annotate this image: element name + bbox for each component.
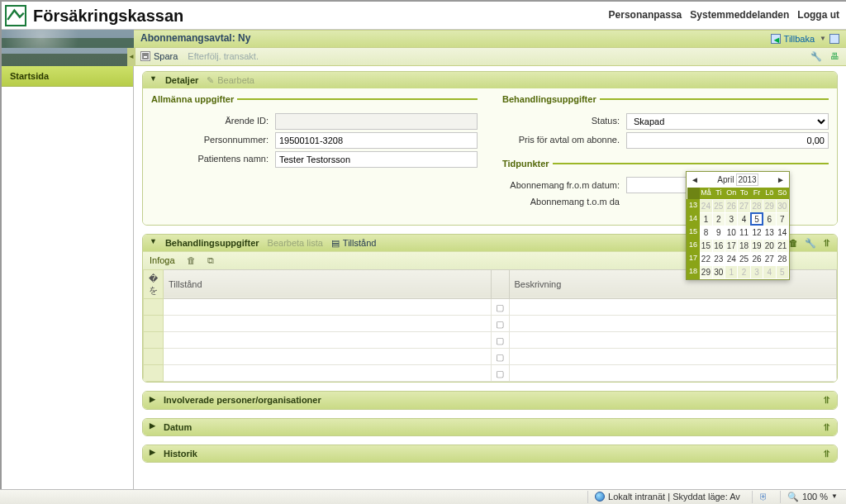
input-personnr[interactable]: [275, 132, 478, 149]
calendar-month[interactable]: April: [717, 174, 734, 185]
calendar-day[interactable]: 27: [738, 199, 750, 212]
nav-home[interactable]: Startsida: [2, 66, 133, 87]
caret-right-icon[interactable]: ▶: [150, 448, 155, 458]
calendar-day[interactable]: 25: [712, 199, 725, 212]
sidebar-collapse-handle[interactable]: [127, 48, 135, 66]
row-handle[interactable]: [144, 316, 164, 332]
calendar-day[interactable]: 30: [776, 199, 788, 212]
link-logout[interactable]: Logga ut: [797, 9, 839, 22]
calendar-day[interactable]: 14: [776, 226, 788, 239]
calendar-day[interactable]: 24: [725, 252, 738, 265]
back-button[interactable]: ◄ Tillbaka ▼: [771, 33, 839, 45]
cell-expand-icon[interactable]: ▢: [491, 299, 509, 316]
cell-expand-icon[interactable]: ▢: [491, 316, 509, 332]
calendar-day[interactable]: 28: [776, 252, 788, 265]
calendar-day[interactable]: 17: [725, 239, 738, 252]
calendar-day[interactable]: 4: [763, 265, 776, 278]
calendar-day[interactable]: 23: [712, 252, 725, 265]
cell-tillstand[interactable]: [164, 365, 491, 381]
trash-icon[interactable]: 🗑: [789, 237, 798, 249]
calendar-day[interactable]: 13: [763, 226, 776, 239]
calendar-day[interactable]: 5: [776, 265, 788, 278]
cell-tillstand[interactable]: [164, 349, 491, 364]
calendar-day[interactable]: 8: [700, 226, 712, 239]
caret-right-icon[interactable]: ▶: [150, 395, 155, 405]
calendar-day[interactable]: 19: [750, 239, 763, 252]
input-price[interactable]: [626, 132, 829, 149]
calendar-day[interactable]: 22: [700, 252, 712, 265]
link-system-messages[interactable]: Systemmeddelanden: [690, 9, 789, 22]
calendar-day[interactable]: 28: [750, 199, 763, 212]
cell-beskrivning[interactable]: [510, 332, 837, 348]
calendar-prev-icon[interactable]: ◄: [689, 174, 701, 185]
row-handle[interactable]: [144, 299, 164, 316]
cell-beskrivning[interactable]: [510, 365, 837, 381]
back-dropdown-icon[interactable]: ▼: [820, 35, 826, 43]
calendar-year[interactable]: 2013: [736, 174, 758, 186]
calendar-day[interactable]: 3: [750, 265, 763, 278]
collapse-icon[interactable]: ⥣: [823, 394, 830, 406]
edit-list[interactable]: Bearbeta lista: [268, 237, 323, 249]
save-button[interactable]: Spara: [140, 50, 178, 62]
row-handle[interactable]: [144, 332, 164, 349]
settings-icon[interactable]: 🔧: [810, 50, 822, 62]
calendar-day[interactable]: 9: [712, 226, 725, 239]
link-personalize[interactable]: Personanpassa: [609, 9, 682, 22]
cell-beskrivning[interactable]: [510, 299, 837, 315]
calendar-day[interactable]: 24: [700, 199, 712, 212]
cell-expand-icon[interactable]: ▢: [491, 332, 509, 349]
caret-right-icon[interactable]: ▶: [150, 421, 155, 431]
row-handle[interactable]: [144, 365, 164, 382]
calendar-day[interactable]: 11: [738, 226, 750, 239]
tab-tillstand[interactable]: ▤ Tillstånd: [331, 237, 377, 249]
toolbar-extra-icon[interactable]: [829, 34, 839, 44]
calendar-day[interactable]: 5: [750, 212, 763, 226]
input-case-id[interactable]: [275, 113, 478, 130]
cell-beskrivning[interactable]: [510, 316, 837, 331]
calendar-day[interactable]: 7: [776, 212, 788, 226]
calendar-day[interactable]: 26: [725, 199, 738, 212]
calendar-day[interactable]: 1: [725, 265, 738, 278]
insert-copy-icon[interactable]: ⧉: [207, 254, 214, 266]
calendar-day[interactable]: 6: [763, 212, 776, 226]
calendar-day[interactable]: 30: [712, 265, 725, 278]
input-patient-name[interactable]: [275, 151, 478, 168]
cell-tillstand[interactable]: [164, 332, 491, 348]
calendar-day[interactable]: 18: [738, 239, 750, 252]
print-icon[interactable]: 🖶: [830, 50, 839, 62]
col-handle[interactable]: �を: [144, 269, 164, 299]
calendar-day[interactable]: 10: [725, 226, 738, 239]
insert-trash-icon[interactable]: 🗑: [187, 254, 196, 266]
collapse-icon[interactable]: ⥣: [823, 421, 830, 433]
cell-beskrivning[interactable]: [510, 349, 837, 364]
calendar-day[interactable]: 2: [738, 265, 750, 278]
calendar-day[interactable]: 15: [700, 239, 712, 252]
wrench-icon[interactable]: 🔧: [805, 237, 816, 249]
cell-tillstand[interactable]: [164, 299, 491, 315]
caret-down-icon[interactable]: ▼: [150, 237, 157, 247]
calendar-day[interactable]: 27: [763, 252, 776, 265]
calendar-day[interactable]: 25: [738, 252, 750, 265]
calendar-day[interactable]: 29: [700, 265, 712, 278]
cell-expand-icon[interactable]: ▢: [491, 349, 509, 365]
cell-tillstand[interactable]: [164, 316, 491, 331]
calendar-day[interactable]: 12: [750, 226, 763, 239]
collapse-icon[interactable]: ⥣: [823, 237, 830, 249]
calendar-day[interactable]: 1: [700, 212, 712, 226]
zoom-icon[interactable]: 🔍: [787, 491, 799, 502]
row-handle[interactable]: [144, 349, 164, 365]
caret-down-icon[interactable]: ▼: [150, 74, 157, 84]
panel-details-edit[interactable]: ✎ Bearbeta: [207, 74, 254, 86]
calendar-day[interactable]: 2: [712, 212, 725, 226]
calendar-day[interactable]: 3: [725, 212, 738, 226]
calendar-day[interactable]: 26: [750, 252, 763, 265]
collapse-icon[interactable]: ⥣: [823, 448, 830, 459]
calendar-day[interactable]: 4: [738, 212, 750, 226]
calendar-next-icon[interactable]: ►: [775, 174, 787, 185]
col-tillstand[interactable]: Tillstånd: [164, 269, 492, 299]
select-status[interactable]: Skapad: [626, 113, 829, 130]
calendar-day[interactable]: 29: [763, 199, 776, 212]
calendar-day[interactable]: 21: [776, 239, 788, 252]
calendar-day[interactable]: 20: [763, 239, 776, 252]
zoom-dropdown-icon[interactable]: ▼: [831, 492, 838, 501]
